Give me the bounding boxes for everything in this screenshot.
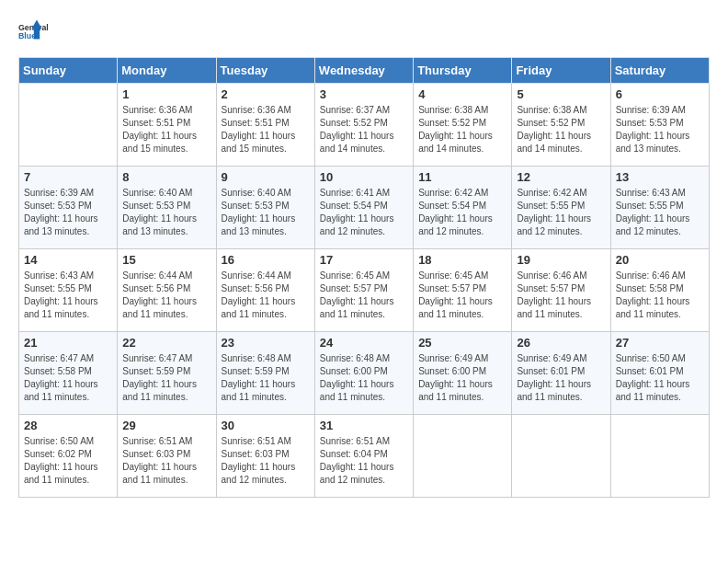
day-info: Sunrise: 6:38 AMSunset: 5:52 PMDaylight:…: [517, 104, 605, 155]
day-number: 21: [24, 336, 112, 350]
day-cell: 26Sunrise: 6:49 AMSunset: 6:01 PMDayligh…: [512, 332, 610, 415]
day-number: 6: [616, 87, 704, 101]
day-cell: 31Sunrise: 6:51 AMSunset: 6:04 PMDayligh…: [314, 415, 413, 498]
day-cell: [19, 84, 118, 167]
day-info: Sunrise: 6:51 AMSunset: 6:03 PMDaylight:…: [122, 435, 210, 487]
day-cell: [610, 415, 709, 498]
day-info: Sunrise: 6:51 AMSunset: 6:03 PMDaylight:…: [222, 435, 310, 487]
week-row-2: 7Sunrise: 6:39 AMSunset: 5:53 PMDaylight…: [19, 167, 710, 249]
column-header-monday: Monday: [118, 58, 216, 84]
day-number: 17: [320, 253, 408, 267]
day-info: Sunrise: 6:43 AMSunset: 5:55 PMDaylight:…: [24, 270, 112, 321]
day-info: Sunrise: 6:49 AMSunset: 6:00 PMDaylight:…: [418, 352, 506, 404]
day-cell: 19Sunrise: 6:46 AMSunset: 5:57 PMDayligh…: [512, 249, 610, 332]
week-row-4: 21Sunrise: 6:47 AMSunset: 5:58 PMDayligh…: [19, 332, 710, 415]
day-cell: 6Sunrise: 6:39 AMSunset: 5:53 PMDaylight…: [610, 84, 709, 167]
day-cell: 14Sunrise: 6:43 AMSunset: 5:55 PMDayligh…: [19, 249, 118, 332]
day-number: 2: [222, 87, 310, 101]
column-header-friday: Friday: [512, 58, 610, 84]
day-number: 13: [616, 170, 704, 184]
day-number: 5: [517, 87, 605, 101]
day-cell: 30Sunrise: 6:51 AMSunset: 6:03 PMDayligh…: [216, 415, 314, 498]
day-cell: 7Sunrise: 6:39 AMSunset: 5:53 PMDaylight…: [19, 167, 118, 249]
day-info: Sunrise: 6:44 AMSunset: 5:56 PMDaylight:…: [122, 270, 210, 321]
day-number: 24: [320, 336, 408, 350]
day-cell: 27Sunrise: 6:50 AMSunset: 6:01 PMDayligh…: [610, 332, 709, 415]
day-number: 22: [122, 336, 210, 350]
day-number: 15: [122, 253, 210, 267]
day-cell: 23Sunrise: 6:48 AMSunset: 5:59 PMDayligh…: [216, 332, 314, 415]
day-number: 20: [616, 253, 704, 267]
day-number: 7: [24, 170, 112, 184]
day-cell: 4Sunrise: 6:38 AMSunset: 5:52 PMDaylight…: [414, 84, 512, 167]
day-info: Sunrise: 6:44 AMSunset: 5:56 PMDaylight:…: [222, 270, 310, 321]
day-number: 27: [616, 336, 704, 350]
day-cell: 1Sunrise: 6:36 AMSunset: 5:51 PMDaylight…: [118, 84, 216, 167]
day-info: Sunrise: 6:43 AMSunset: 5:55 PMDaylight:…: [616, 187, 704, 238]
day-cell: 11Sunrise: 6:42 AMSunset: 5:54 PMDayligh…: [414, 167, 512, 249]
day-info: Sunrise: 6:48 AMSunset: 6:00 PMDaylight:…: [320, 352, 408, 404]
day-info: Sunrise: 6:46 AMSunset: 5:57 PMDaylight:…: [517, 270, 605, 321]
day-cell: 16Sunrise: 6:44 AMSunset: 5:56 PMDayligh…: [216, 249, 314, 332]
day-cell: 10Sunrise: 6:41 AMSunset: 5:54 PMDayligh…: [314, 167, 413, 249]
day-number: 30: [222, 419, 310, 432]
day-number: 16: [222, 253, 310, 267]
day-cell: 17Sunrise: 6:45 AMSunset: 5:57 PMDayligh…: [314, 249, 413, 332]
day-info: Sunrise: 6:42 AMSunset: 5:54 PMDaylight:…: [418, 187, 506, 238]
day-number: 25: [418, 336, 506, 350]
day-number: 29: [122, 419, 210, 432]
day-info: Sunrise: 6:42 AMSunset: 5:55 PMDaylight:…: [517, 187, 605, 238]
svg-text:Blue: Blue: [18, 31, 36, 40]
column-header-thursday: Thursday: [414, 58, 512, 84]
day-cell: 15Sunrise: 6:44 AMSunset: 5:56 PMDayligh…: [118, 249, 216, 332]
day-cell: [414, 415, 512, 498]
day-cell: 13Sunrise: 6:43 AMSunset: 5:55 PMDayligh…: [610, 167, 709, 249]
day-cell: 24Sunrise: 6:48 AMSunset: 6:00 PMDayligh…: [314, 332, 413, 415]
day-number: 26: [517, 336, 605, 350]
column-header-sunday: Sunday: [19, 58, 118, 84]
day-info: Sunrise: 6:40 AMSunset: 5:53 PMDaylight:…: [222, 187, 310, 238]
day-number: 10: [320, 170, 408, 184]
day-number: 4: [418, 87, 506, 101]
week-row-3: 14Sunrise: 6:43 AMSunset: 5:55 PMDayligh…: [19, 249, 710, 332]
day-info: Sunrise: 6:39 AMSunset: 5:53 PMDaylight:…: [24, 187, 112, 238]
day-number: 9: [222, 170, 310, 184]
day-cell: 3Sunrise: 6:37 AMSunset: 5:52 PMDaylight…: [314, 84, 413, 167]
header-row: SundayMondayTuesdayWednesdayThursdayFrid…: [19, 58, 710, 84]
column-header-saturday: Saturday: [610, 58, 709, 84]
day-info: Sunrise: 6:37 AMSunset: 5:52 PMDaylight:…: [320, 104, 408, 155]
day-info: Sunrise: 6:45 AMSunset: 5:57 PMDaylight:…: [320, 270, 408, 321]
logo: GeneralBlue: [18, 18, 48, 48]
week-row-1: 1Sunrise: 6:36 AMSunset: 5:51 PMDaylight…: [19, 84, 710, 167]
day-cell: 21Sunrise: 6:47 AMSunset: 5:58 PMDayligh…: [19, 332, 118, 415]
day-info: Sunrise: 6:46 AMSunset: 5:58 PMDaylight:…: [616, 270, 704, 321]
day-number: 8: [122, 170, 210, 184]
day-number: 12: [517, 170, 605, 184]
day-cell: 28Sunrise: 6:50 AMSunset: 6:02 PMDayligh…: [19, 415, 118, 498]
column-header-tuesday: Tuesday: [216, 58, 314, 84]
logo-icon: GeneralBlue: [18, 18, 48, 48]
day-cell: 22Sunrise: 6:47 AMSunset: 5:59 PMDayligh…: [118, 332, 216, 415]
day-info: Sunrise: 6:38 AMSunset: 5:52 PMDaylight:…: [418, 104, 506, 155]
day-info: Sunrise: 6:40 AMSunset: 5:53 PMDaylight:…: [122, 187, 210, 238]
day-cell: 8Sunrise: 6:40 AMSunset: 5:53 PMDaylight…: [118, 167, 216, 249]
day-info: Sunrise: 6:48 AMSunset: 5:59 PMDaylight:…: [222, 352, 310, 404]
day-number: 19: [517, 253, 605, 267]
day-cell: 25Sunrise: 6:49 AMSunset: 6:00 PMDayligh…: [414, 332, 512, 415]
day-info: Sunrise: 6:50 AMSunset: 6:01 PMDaylight:…: [616, 352, 704, 404]
day-info: Sunrise: 6:41 AMSunset: 5:54 PMDaylight:…: [320, 187, 408, 238]
day-info: Sunrise: 6:47 AMSunset: 5:59 PMDaylight:…: [122, 352, 210, 404]
page-header: GeneralBlue: [18, 18, 710, 48]
day-number: 18: [418, 253, 506, 267]
day-info: Sunrise: 6:45 AMSunset: 5:57 PMDaylight:…: [418, 270, 506, 321]
day-info: Sunrise: 6:51 AMSunset: 6:04 PMDaylight:…: [320, 435, 408, 487]
day-info: Sunrise: 6:47 AMSunset: 5:58 PMDaylight:…: [24, 352, 112, 404]
day-info: Sunrise: 6:39 AMSunset: 5:53 PMDaylight:…: [616, 104, 704, 155]
day-cell: 29Sunrise: 6:51 AMSunset: 6:03 PMDayligh…: [118, 415, 216, 498]
day-cell: 12Sunrise: 6:42 AMSunset: 5:55 PMDayligh…: [512, 167, 610, 249]
day-number: 14: [24, 253, 112, 267]
day-number: 11: [418, 170, 506, 184]
day-cell: 5Sunrise: 6:38 AMSunset: 5:52 PMDaylight…: [512, 84, 610, 167]
calendar-table: SundayMondayTuesdayWednesdayThursdayFrid…: [18, 57, 710, 498]
day-info: Sunrise: 6:36 AMSunset: 5:51 PMDaylight:…: [222, 104, 310, 155]
